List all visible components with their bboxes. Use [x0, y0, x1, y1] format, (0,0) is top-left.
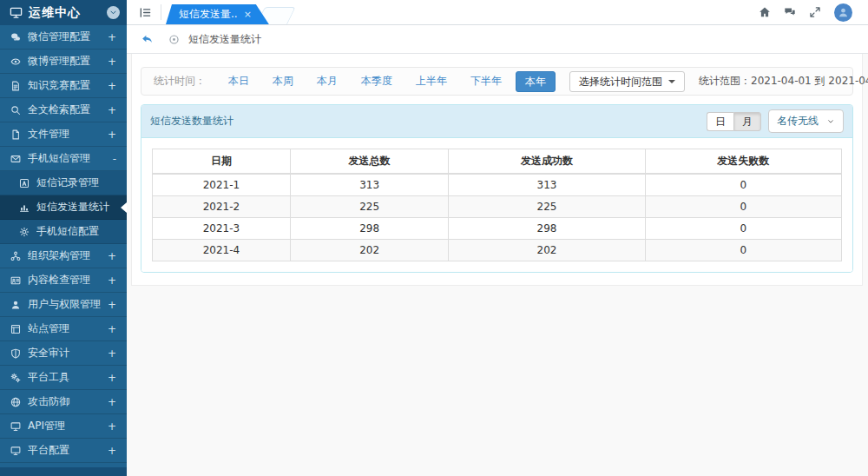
app-root: 运维中心 微信管理配置+微博管理配置+知识竞赛配置+全文检索配置+文件管理+手机…: [0, 0, 868, 476]
sidebar-item-label: 安全审计: [28, 346, 101, 360]
sidebar-item[interactable]: 文件管理+: [0, 122, 127, 147]
sidebar-toggle-icon[interactable]: [139, 6, 152, 19]
sidebar-subitem-label: 短信记录管理: [36, 175, 116, 190]
sidebar-item[interactable]: 站点管理+: [0, 317, 127, 341]
filter-link[interactable]: 本月: [317, 74, 338, 89]
sidebar-item-label: 知识竞赛配置: [28, 78, 101, 93]
table-cell: 298: [290, 218, 449, 240]
filter-links: 本日本周本月本季度上半年下半年: [228, 74, 502, 89]
stats-panel-heading: 短信发送数量统计 日 月 名传无线: [141, 105, 852, 138]
sidebar-item-label: 攻击防御: [28, 394, 101, 409]
granularity-button-group: 日 月: [707, 112, 761, 131]
user-avatar[interactable]: [834, 3, 852, 22]
filter-link[interactable]: 本周: [273, 74, 293, 89]
sidebar-subitem[interactable]: 手机短信配置: [0, 220, 127, 244]
sidebar-item-label: 组织架构管理: [28, 248, 101, 263]
home-icon[interactable]: [759, 6, 771, 18]
expand-indicator: +: [108, 129, 116, 141]
desktop-icon: [10, 421, 21, 432]
tab-sms-stats[interactable]: 短信发送量.. ×: [166, 4, 269, 24]
sms-record-icon: [19, 178, 30, 188]
stats-table-head: 日期发送总数发送成功数发送失败数: [153, 149, 842, 175]
sidebar-item[interactable]: 全文检索配置+: [0, 98, 127, 122]
sidebar-submenu: 短信记录管理短信发送量统计手机短信配置: [0, 171, 127, 244]
sidebar-collapse-button[interactable]: [107, 6, 120, 19]
chevron-down-icon: [108, 8, 118, 17]
sidebar-item[interactable]: 攻击防御+: [0, 390, 127, 414]
sidebar-item-label: 手机短信管理: [28, 151, 106, 166]
filter-link[interactable]: 上半年: [416, 74, 447, 89]
fullscreen-icon[interactable]: [809, 6, 821, 18]
doc-icon: [10, 81, 21, 91]
messages-icon[interactable]: [784, 6, 796, 18]
channel-select[interactable]: 名传无线: [768, 109, 844, 133]
expand-indicator: +: [108, 372, 116, 384]
channel-select-value: 名传无线: [777, 114, 819, 129]
page-title: 短信发送量统计: [188, 32, 261, 47]
range-dropdown-label: 选择统计时间范围: [579, 76, 662, 87]
table-row: 2021-13133130: [153, 174, 842, 196]
sidebar-item[interactable]: 知识竞赛配置+: [0, 74, 127, 98]
filter-link[interactable]: 下半年: [470, 74, 502, 89]
content-card: 统计时间： 本日本周本月本季度上半年下半年 本年 选择统计时间范围 统计范围：2…: [131, 54, 863, 286]
sidebar-subitem[interactable]: 短信发送量统计: [0, 195, 127, 220]
expand-indicator: -: [113, 153, 116, 165]
table-cell: 0: [645, 240, 841, 261]
table-cell: 0: [645, 218, 841, 240]
sidebar-item-label: 文件管理: [28, 127, 101, 142]
file-icon: [10, 129, 21, 140]
sidebar-subitem[interactable]: 短信记录管理: [0, 171, 127, 195]
range-dropdown-button[interactable]: 选择统计时间范围: [569, 71, 685, 92]
org-icon: [10, 251, 21, 261]
sidebar-item[interactable]: 手机短信管理-: [0, 147, 127, 171]
range-text: 统计范围：2021-04-01 到 2021-04-30: [699, 74, 868, 89]
topbar: 短信发送量.. ×: [127, 0, 868, 25]
main-area: 短信发送量.. × 短信发送量统计 统计时间： 本日本周本月本季度上半年下半年 …: [127, 0, 868, 476]
table-header-cell: 发送失败数: [645, 149, 841, 175]
sidebar-item[interactable]: 内容检查管理+: [0, 268, 127, 293]
table-cell: 0: [645, 174, 841, 196]
topbar-divider: [161, 4, 161, 20]
person-icon: [838, 7, 849, 18]
table-cell: 225: [449, 196, 645, 218]
expand-indicator: +: [108, 396, 116, 408]
caret-down-icon: [668, 80, 675, 83]
sidebar-item-label: 站点管理: [28, 321, 101, 336]
sidebar-item[interactable]: 微信管理配置+: [0, 25, 127, 50]
sidebar-item[interactable]: 组织架构管理+: [0, 244, 127, 268]
expand-indicator: +: [108, 56, 116, 68]
table-cell: 2021-3: [153, 218, 291, 240]
sidebar-item[interactable]: 用户与权限管理+: [0, 293, 127, 317]
day-button[interactable]: 日: [707, 112, 733, 131]
sidebar-item-label: 平台工具: [28, 370, 101, 385]
expand-indicator: +: [108, 31, 116, 43]
table-header-cell: 日期: [153, 149, 291, 175]
table-cell: 2021-2: [153, 196, 291, 218]
panel-title: 短信发送数量统计: [150, 114, 233, 129]
expand-indicator: +: [108, 323, 116, 335]
table-header-cell: 发送成功数: [449, 149, 645, 175]
user-icon: [10, 300, 21, 310]
filter-bar: 统计时间： 本日本周本月本季度上半年下半年 本年 选择统计时间范围 统计范围：2…: [141, 67, 853, 96]
filter-selected-button[interactable]: 本年: [516, 71, 556, 92]
sidebar-item[interactable]: 平台配置+: [0, 439, 127, 463]
table-cell: 313: [290, 174, 449, 196]
wechat-icon: [10, 32, 21, 43]
filter-link[interactable]: 本季度: [361, 74, 392, 89]
back-icon[interactable]: [141, 33, 154, 46]
sidebar-header: 运维中心: [0, 0, 127, 25]
shield-icon: [10, 348, 21, 359]
filter-link[interactable]: 本日: [228, 74, 249, 89]
sidebar-item[interactable]: API管理+: [0, 414, 127, 439]
table-cell: 313: [449, 174, 645, 196]
month-button[interactable]: 月: [733, 112, 761, 131]
active-item-arrow: [121, 202, 127, 213]
sidebar-item[interactable]: 微博管理配置+: [0, 50, 127, 74]
sidebar-item[interactable]: 平台工具+: [0, 366, 127, 390]
table-cell: 2021-1: [153, 174, 291, 196]
sidebar-item[interactable]: 安全审计+: [0, 341, 127, 366]
panel-controls: 日 月 名传无线: [707, 109, 844, 133]
expand-indicator: +: [108, 299, 116, 311]
sidebar-item-label: 微信管理配置: [28, 30, 101, 44]
tab-close-icon[interactable]: ×: [244, 9, 252, 20]
